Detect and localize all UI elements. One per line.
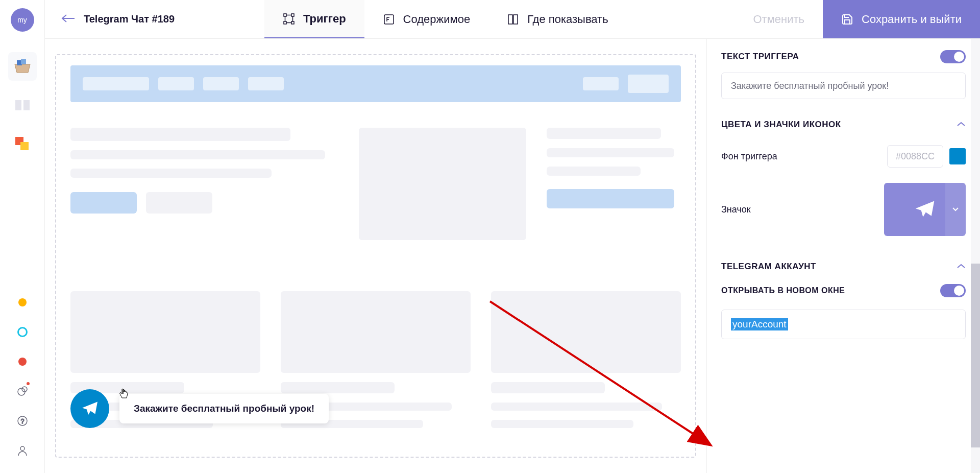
scrollbar-thumb[interactable]: [971, 264, 980, 447]
trigger-text-toggle[interactable]: [940, 50, 966, 63]
svg-rect-1: [21, 59, 26, 64]
left-rail: my ?: [0, 0, 45, 473]
tab-content[interactable]: Содержимое: [364, 0, 489, 38]
nav-templates[interactable]: [8, 52, 37, 81]
svg-rect-17: [513, 15, 518, 24]
tab-label: Триггер: [303, 12, 346, 26]
svg-rect-12: [291, 14, 294, 16]
save-button[interactable]: Сохранить и выйти: [823, 0, 980, 38]
svg-rect-14: [291, 21, 294, 24]
nav-help[interactable]: ?: [12, 411, 33, 431]
icon-label: Значок: [721, 204, 751, 215]
chevron-up-icon[interactable]: [957, 262, 966, 271]
back-arrow-icon[interactable]: [61, 14, 76, 25]
svg-text:?: ?: [20, 418, 24, 425]
svg-point-7: [22, 387, 27, 392]
svg-rect-13: [284, 21, 286, 24]
tab-trigger[interactable]: Триггер: [264, 0, 364, 38]
nav-blocks[interactable]: [8, 130, 37, 158]
bg-color-label: Фон триггера: [721, 151, 777, 162]
bg-color-input[interactable]: [887, 145, 943, 168]
new-window-label: ОТКРЫВАТЬ В НОВОМ ОКНЕ: [721, 286, 845, 295]
page-title: Telegram Чат #189: [84, 13, 175, 25]
tab-label: Где показывать: [527, 13, 608, 26]
trigger-text-title: ТЕКСТ ТРИГГЕРА: [721, 52, 799, 62]
scrollbar[interactable]: [971, 39, 980, 473]
colors-title: ЦВЕТА И ЗНАЧКИ ИКОНОК: [721, 120, 841, 130]
svg-rect-2: [15, 100, 21, 110]
icon-select-button[interactable]: [884, 183, 966, 236]
save-icon: [841, 13, 853, 26]
telegram-icon: [81, 399, 99, 418]
tab-where[interactable]: Где показывать: [488, 0, 627, 38]
svg-rect-3: [23, 100, 30, 110]
status-orange[interactable]: [12, 292, 33, 313]
preview-canvas: Закажите бесплатный пробный урок!: [45, 39, 706, 473]
content-icon: [383, 13, 395, 26]
account-input-value: yourAccount: [731, 318, 788, 330]
svg-rect-11: [284, 14, 286, 16]
status-red[interactable]: [12, 351, 33, 372]
svg-rect-16: [508, 15, 512, 24]
top-bar: Telegram Чат #189 Триггер Содержимое Где…: [45, 0, 980, 39]
svg-rect-5: [20, 142, 29, 150]
settings-panel: ТЕКСТ ТРИГГЕРА ЦВЕТА И ЗНАЧКИ ИКОНОК Фон…: [706, 39, 980, 473]
tab-label: Содержимое: [403, 13, 471, 26]
mock-header: [70, 65, 681, 102]
new-window-toggle[interactable]: [940, 284, 966, 297]
account-title: TELEGRAM АККАУНТ: [721, 262, 816, 272]
user-avatar[interactable]: my: [11, 8, 34, 32]
where-icon: [507, 13, 519, 26]
cancel-button[interactable]: Отменить: [734, 13, 823, 26]
status-teal[interactable]: [12, 322, 33, 342]
nav-chat[interactable]: [12, 381, 33, 401]
chevron-down-icon: [945, 183, 966, 236]
trigger-text-input[interactable]: [721, 73, 966, 99]
tabs: Триггер Содержимое Где показывать: [264, 0, 627, 38]
telegram-icon: [914, 198, 936, 221]
save-label: Сохранить и выйти: [862, 13, 962, 26]
trigger-icon: [283, 13, 295, 25]
chevron-up-icon[interactable]: [957, 120, 966, 129]
cursor-hand-icon: [118, 388, 129, 403]
widget-preview: Закажите бесплатный пробный урок!: [70, 389, 329, 428]
account-input[interactable]: yourAccount: [721, 310, 966, 339]
mock-frame: Закажите бесплатный пробный урок!: [55, 54, 696, 458]
nav-profile[interactable]: [12, 440, 33, 461]
svg-point-10: [20, 446, 24, 451]
widget-trigger-button[interactable]: [70, 389, 109, 428]
nav-pages[interactable]: [8, 91, 37, 120]
bg-color-swatch[interactable]: [949, 148, 966, 164]
widget-bubble: Закажите бесплатный пробный урок!: [119, 394, 329, 423]
